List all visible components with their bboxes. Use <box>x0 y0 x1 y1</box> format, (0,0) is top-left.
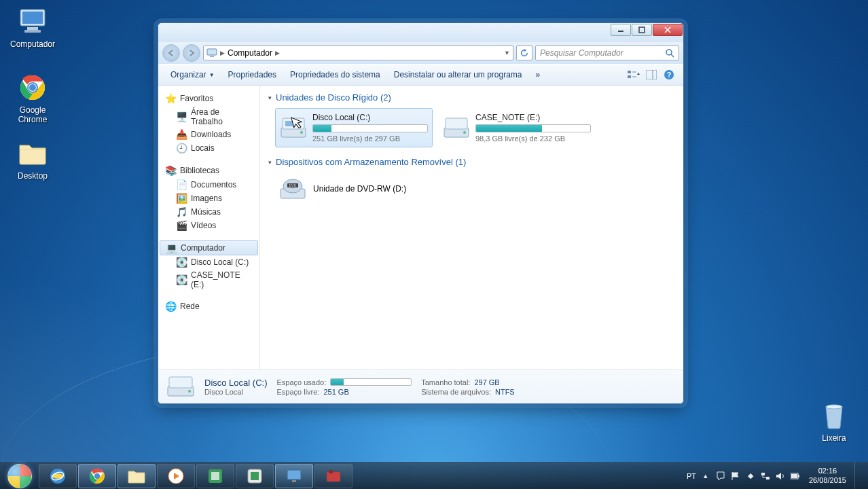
maximize-button[interactable] <box>632 24 652 36</box>
computer-icon <box>16 5 49 38</box>
sidebar-item-recent[interactable]: 🕘Locais <box>158 141 259 155</box>
minimize-button[interactable] <box>611 24 631 36</box>
svg-rect-49 <box>287 470 301 479</box>
sidebar-item-music[interactable]: 🎵Músicas <box>158 205 259 219</box>
language-indicator[interactable]: PT <box>687 472 696 480</box>
details-usage-bar <box>330 378 412 386</box>
network-icon: 🌐 <box>165 301 176 312</box>
svg-point-8 <box>826 405 842 409</box>
toolbar-overflow-button[interactable]: » <box>529 67 547 82</box>
drive-local-c[interactable]: Disco Local (C:) 251 GB livre(s) de 297 … <box>275 108 433 147</box>
tray-volume-icon[interactable] <box>775 471 786 482</box>
taskbar-app-gray[interactable] <box>236 464 274 488</box>
sidebar-item-disk-e[interactable]: 💽CASE_NOTE (E:) <box>158 269 259 291</box>
view-options-button[interactable] <box>625 67 643 82</box>
svg-rect-18 <box>628 75 631 78</box>
svg-rect-13 <box>207 49 217 55</box>
taskbar-chrome[interactable] <box>78 464 116 488</box>
start-button[interactable] <box>1 463 38 490</box>
uninstall-program-button[interactable]: Desinstalar ou alterar um programa <box>387 67 529 82</box>
search-icon <box>665 48 674 58</box>
disk-icon: 💽 <box>176 257 187 268</box>
tray-action-center-icon[interactable] <box>715 471 726 482</box>
taskbar-ie[interactable] <box>39 464 77 488</box>
svg-rect-10 <box>639 27 645 33</box>
drive-name: CASE_NOTE (E:) <box>475 113 591 122</box>
desktop-icon-folder[interactable]: Desktop <box>5 137 60 181</box>
details-free-value: 251 GB <box>323 388 348 396</box>
taskbar-media[interactable] <box>157 464 195 488</box>
content-pane: ▾ Unidades de Disco Rígido (2) Disco Loc… <box>260 86 683 369</box>
address-bar[interactable]: ▶ Computador ▶ ▼ <box>203 46 513 60</box>
help-button[interactable]: ? <box>660 67 678 82</box>
documents-icon: 📄 <box>176 179 187 190</box>
svg-point-43 <box>94 473 100 478</box>
drive-name: Unidade de DVD-RW (D:) <box>313 184 406 194</box>
desktop-icon-chrome[interactable]: Google Chrome <box>5 71 60 124</box>
taskbar-clock[interactable]: 02:16 26/08/2015 <box>805 467 850 484</box>
taskbar-app-monitor[interactable] <box>275 464 313 488</box>
forward-button[interactable] <box>183 44 200 62</box>
toolbar: Organizar▼ Propriedades Propriedades do … <box>158 64 683 86</box>
svg-rect-3 <box>24 30 41 33</box>
svg-text:DVD: DVD <box>289 183 297 187</box>
hard-disk-icon <box>166 375 195 399</box>
tray-flag-icon[interactable] <box>730 471 741 482</box>
drive-free-text: 98,3 GB livre(s) de 232 GB <box>475 134 591 143</box>
tray-chevron-up-icon[interactable]: ▴ <box>700 471 711 482</box>
sidebar-computer[interactable]: 💻 Computador <box>160 240 258 255</box>
svg-rect-46 <box>211 472 219 480</box>
breadcrumb-text: Computador <box>228 48 272 58</box>
svg-rect-52 <box>329 470 333 473</box>
search-input[interactable]: Pesquisar Computador <box>535 46 679 60</box>
drive-dvd-d[interactable]: DVD Unidade de DVD-RW (D:) <box>275 173 410 205</box>
svg-point-7 <box>29 84 36 91</box>
svg-rect-50 <box>292 480 296 482</box>
group-removable[interactable]: ▾ Dispositivos com Armazenamento Removív… <box>268 154 675 170</box>
sidebar-favorites[interactable]: ⭐ Favoritos <box>158 91 259 106</box>
svg-rect-57 <box>791 474 797 478</box>
library-icon: 📚 <box>165 165 176 176</box>
chevron-down-icon[interactable]: ▼ <box>504 50 510 56</box>
sidebar-network[interactable]: 🌐 Rede <box>158 299 259 314</box>
sidebar-item-pictures[interactable]: 🖼️Imagens <box>158 192 259 205</box>
group-hard-drives[interactable]: ▾ Unidades de Disco Rígido (2) <box>268 90 675 105</box>
computer-breadcrumb-icon <box>206 48 217 58</box>
svg-rect-17 <box>628 71 631 73</box>
refresh-button[interactable] <box>516 46 532 60</box>
properties-button[interactable]: Propriedades <box>221 67 283 82</box>
svg-rect-1 <box>22 12 43 24</box>
taskbar-app-red[interactable] <box>314 464 352 488</box>
preview-pane-button[interactable] <box>643 67 660 82</box>
svg-rect-14 <box>210 56 214 57</box>
desktop-icon-computer[interactable]: Computador <box>5 5 60 49</box>
sidebar-item-videos[interactable]: 🎬Vídeos <box>158 219 259 232</box>
svg-rect-53 <box>761 473 765 475</box>
sidebar-item-documents[interactable]: 📄Documentos <box>158 178 259 192</box>
show-desktop-button[interactable] <box>854 463 864 490</box>
svg-point-27 <box>300 131 303 134</box>
drive-case-note-e[interactable]: CASE_NOTE (E:) 98,3 GB livre(s) de 232 G… <box>438 108 596 147</box>
details-total-value: 297 GB <box>474 378 499 386</box>
recent-icon: 🕘 <box>176 143 187 153</box>
tray-battery-icon[interactable] <box>790 471 801 482</box>
sidebar-libraries[interactable]: 📚 Bibliotecas <box>158 163 259 178</box>
sidebar-item-disk-c[interactable]: 💽Disco Local (C:) <box>158 255 259 269</box>
details-fs-label: Sistema de arquivos: <box>421 388 491 396</box>
close-button[interactable] <box>653 24 683 36</box>
star-icon: ⭐ <box>165 93 176 104</box>
tray-network-icon[interactable] <box>760 471 771 482</box>
tray-app-icon[interactable]: ◆ <box>745 471 756 482</box>
back-button[interactable] <box>162 44 180 62</box>
sidebar-item-desktop[interactable]: 🖥️Área de Trabalho <box>158 106 259 128</box>
details-pane: Disco Local (C:) Disco Local Espaço usad… <box>158 369 683 403</box>
drive-usage-bar <box>475 124 591 132</box>
collapse-icon: ▾ <box>268 159 272 166</box>
desktop-icon-recyclebin[interactable]: Lixeira <box>807 399 861 443</box>
sidebar-item-downloads[interactable]: 📥Downloads <box>158 128 259 141</box>
organize-menu[interactable]: Organizar▼ <box>164 67 221 82</box>
system-properties-button[interactable]: Propriedades do sistema <box>283 67 387 82</box>
collapse-icon: ▾ <box>268 94 272 101</box>
taskbar-app-green[interactable] <box>196 464 234 488</box>
taskbar-explorer[interactable] <box>117 464 156 488</box>
